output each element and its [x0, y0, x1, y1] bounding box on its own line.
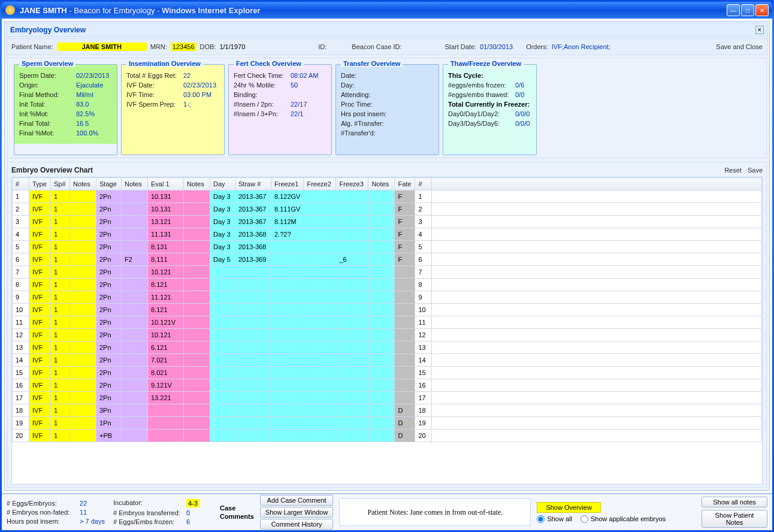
embryo-grid-scroll[interactable]: #TypeSp#NotesStageNotesEval 1NotesDayStr…: [11, 177, 763, 485]
table-row[interactable]: 17IVF12Pn13.22117: [13, 392, 762, 404]
table-row[interactable]: 10IVF12Pn8.12110: [13, 304, 762, 316]
patient-bar: Patient Name: JANE SMITH MRN: 123456 DOB…: [6, 38, 768, 55]
table-row[interactable]: 20IVF1+PBD20: [13, 430, 762, 442]
titlebar: JANE SMITH - Beacon for Embryology - Win…: [2, 2, 772, 19]
overview-value: Mil/ml: [76, 91, 93, 98]
footer-value: 0: [186, 509, 214, 516]
table-row[interactable]: 19IVF11PnD19: [13, 417, 762, 430]
overview-value: 08:02 AM: [291, 72, 318, 79]
show-patient-notes-button[interactable]: Show Patient Notes: [702, 510, 767, 528]
maximize-button[interactable]: □: [741, 4, 754, 16]
overview-label: Hrs post insem:: [341, 110, 398, 117]
id-label: ID:: [318, 43, 326, 50]
show-overview-button[interactable]: Show Overview: [537, 502, 600, 513]
orders-label: Orders:: [526, 43, 548, 50]
column-header[interactable]: Day: [210, 178, 235, 191]
column-header[interactable]: Notes: [122, 178, 148, 191]
insemination-overview-panel: Insemination Overview Total # Eggs Ret:2…: [121, 64, 225, 155]
table-row[interactable]: 14IVF12Pn7.02114: [13, 354, 762, 367]
overview-label: Proc Time:: [341, 101, 398, 108]
patient-name-label: Patient Name:: [11, 43, 53, 50]
column-header[interactable]: Stage: [96, 178, 122, 191]
table-row[interactable]: 18IVF13PnD18: [13, 404, 762, 417]
table-row[interactable]: 3IVF12Pn13.121Day 32013-3678.112MF3: [13, 216, 762, 228]
overview-label: Origin:: [19, 81, 76, 89]
dob-value: 1/1/1970: [219, 43, 245, 50]
table-row[interactable]: 12IVF12Pn10.12112: [13, 329, 762, 341]
overview-value: 50: [291, 81, 298, 89]
comments-label-2: Comments: [220, 513, 254, 520]
overview-label: #Insem / 2pn:: [234, 101, 291, 108]
overview-value: 02/23/2013: [76, 72, 109, 79]
column-header[interactable]: Freeze1: [271, 178, 304, 191]
table-row[interactable]: 11IVF12Pn10.121V11: [13, 316, 762, 329]
table-row[interactable]: 6IVF12PnF28.111Day 52013-369_6F6: [13, 253, 762, 266]
overview-label: Sperm Date:: [19, 72, 76, 79]
footer-label: # Embryos transferred:: [113, 509, 186, 516]
table-row[interactable]: 8IVF12Pn8.1218: [13, 279, 762, 291]
overview-label: IVF Time:: [126, 91, 183, 98]
overview-value: 100.0%: [76, 129, 98, 137]
table-row[interactable]: 2IVF12Pn10.131Day 32013-3678.111GVF2: [13, 203, 762, 216]
column-header[interactable]: Type: [29, 178, 51, 191]
table-row[interactable]: 13IVF12Pn6.12113: [13, 341, 762, 354]
patient-notes-box: Patient Notes: Jane comes in from out-of…: [339, 498, 531, 526]
overview-label: Alg. #Transfer:: [341, 120, 398, 127]
footer-value: 4-3: [186, 499, 199, 507]
comment-history-button[interactable]: Comment History: [260, 519, 334, 530]
sperm-overview-panel: Sperm Overview Sperm Date:02/23/2013Orig…: [14, 64, 117, 155]
start-date-label: Start Date:: [445, 43, 476, 50]
show-all-radio[interactable]: Show all: [537, 515, 572, 523]
show-larger-window-button[interactable]: Show Larger Window: [260, 507, 334, 518]
overview-label: #Transfer'd:: [341, 129, 398, 137]
overview-label: Day:: [341, 81, 398, 89]
table-row[interactable]: 5IVF12Pn8.131Day 32013-368F5: [13, 241, 762, 253]
table-row[interactable]: 1IVF12Pn10.131Day 32013-3678.122GVF1: [13, 191, 762, 203]
column-header[interactable]: Eval 1: [148, 178, 184, 191]
footer-value: > 7 days: [80, 518, 107, 525]
footer-label: Incubator:: [113, 499, 186, 507]
footer-bar: # Eggs/Embryos:22# Embryos non-fated:11H…: [2, 493, 772, 530]
overview-label: Final Method:: [19, 91, 76, 98]
table-row[interactable]: 7IVF12Pn10.1217: [13, 266, 762, 279]
column-header[interactable]: Fate: [395, 178, 415, 191]
close-button[interactable]: ✕: [755, 4, 769, 16]
overview-value: 1-;: [183, 101, 191, 108]
minimize-button[interactable]: —: [727, 4, 740, 16]
mrn-label: MRN:: [150, 43, 167, 50]
embryo-table: #TypeSp#NotesStageNotesEval 1NotesDayStr…: [12, 177, 762, 442]
column-header[interactable]: Notes: [184, 178, 210, 191]
case-id-label: Beacon Case ID:: [352, 43, 401, 50]
column-header[interactable]: Freeze2: [304, 178, 336, 191]
dialog-close-icon[interactable]: ✕: [755, 26, 764, 34]
fert-legend: Fert Check Overview: [234, 60, 304, 67]
show-applicable-radio[interactable]: Show applicable embryos: [580, 515, 666, 523]
chart-reset-button[interactable]: Reset: [724, 167, 742, 174]
column-header[interactable]: Straw #: [235, 178, 271, 191]
add-case-comment-button[interactable]: Add Case Comment: [260, 495, 334, 506]
overview-value: 03:00 PM: [183, 91, 211, 98]
app-icon: [5, 5, 15, 15]
table-row[interactable]: 9IVF12Pn11.1219: [13, 291, 762, 304]
column-header[interactable]: Freeze3: [336, 178, 368, 191]
chart-save-button[interactable]: Save: [748, 167, 763, 174]
column-header[interactable]: #: [415, 178, 432, 191]
thaw-freeze-overview-panel: Thaw/Freeze Overview This Cycle:#eggs/em…: [443, 64, 537, 155]
table-row[interactable]: 16IVF12Pn9.121V16: [13, 379, 762, 392]
column-header[interactable]: Notes: [70, 178, 96, 191]
overview-label: 24hr % Motile:: [234, 81, 291, 89]
show-all-notes-button[interactable]: Show all notes: [702, 497, 767, 507]
column-header[interactable]: Notes: [368, 178, 395, 191]
column-header[interactable]: #: [13, 178, 29, 191]
dialog-titlebar: Embryology Overview ✕: [6, 23, 768, 37]
column-header[interactable]: Sp#: [51, 178, 70, 191]
table-row[interactable]: 15IVF12Pn8.02115: [13, 367, 762, 379]
table-row[interactable]: 4IVF12Pn11.131Day 32013-3682.?2?F4: [13, 228, 762, 241]
overview-label: Init Total:: [19, 101, 76, 108]
title-app: - Beacon for Embryology -: [69, 6, 162, 15]
case-comments-label: Case Comments: [220, 504, 254, 520]
footer-label: # Eggs/Embs frozen:: [113, 518, 186, 525]
overview-label: Total # Eggs Ret:: [126, 72, 183, 79]
save-and-close-button[interactable]: Save and Close: [716, 43, 763, 50]
orders-value: IVF;Anon Recipient;: [552, 43, 610, 50]
